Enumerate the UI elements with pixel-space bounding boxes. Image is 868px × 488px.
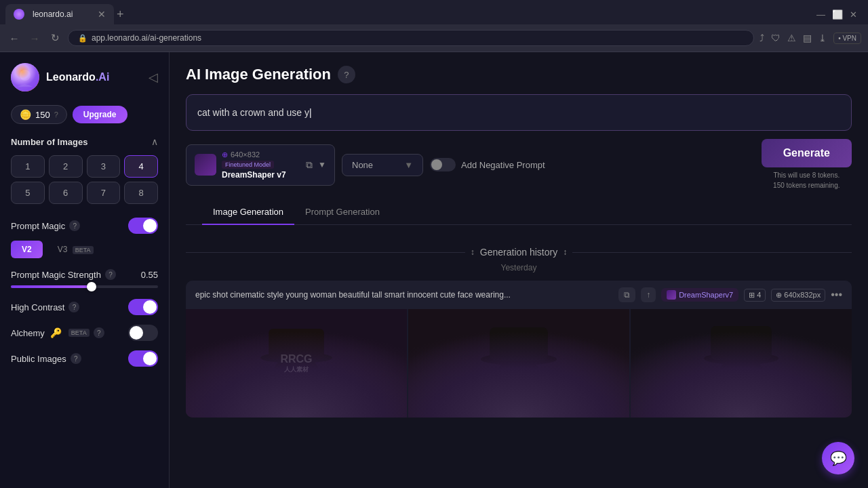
count-6-button[interactable]: 6 <box>49 182 83 204</box>
count-2-button[interactable]: 2 <box>49 155 83 178</box>
negative-prompt-toggle[interactable]: Add Negative Prompt <box>430 158 545 171</box>
beta-label: BETA <box>73 246 94 254</box>
tab-image-generation[interactable]: Image Generation <box>202 200 294 225</box>
strength-help-icon[interactable]: ? <box>105 269 116 280</box>
prompt-input[interactable]: cat with a crown and use y| <box>186 94 852 131</box>
model-size: ⊕ 640×832 <box>222 150 260 159</box>
svg-rect-26 <box>631 309 852 418</box>
close-window-icon[interactable]: ✕ <box>850 9 857 20</box>
model-selector[interactable]: ⊕ 640×832 Finetuned Model DreamShaper v7… <box>186 144 335 186</box>
upgrade-button[interactable]: Upgrade <box>73 106 127 123</box>
alchemy-toggle[interactable] <box>128 325 158 341</box>
gen-model-name: DreamShaperv7 <box>679 291 733 299</box>
prompt-magic-toggle[interactable] <box>128 218 158 234</box>
number-of-images-chevron[interactable]: ∧ <box>151 136 158 147</box>
history-divider-left <box>186 252 465 253</box>
count-1-button[interactable]: 1 <box>11 155 45 178</box>
history-area: ↕ Generation history ↕ Yesterday epic sh… <box>170 236 868 488</box>
logo-text: Leonardo.Ai <box>46 71 109 83</box>
generation-count-badge: ⊞ 4 <box>744 289 766 302</box>
svg-rect-4 <box>290 388 303 405</box>
regenerate-button[interactable]: ↑ <box>641 287 656 302</box>
strength-text: Prompt Magic Strength <box>11 270 101 280</box>
new-tab-button[interactable]: + <box>117 7 124 22</box>
forward-button[interactable]: → <box>27 33 42 44</box>
high-contrast-help-icon[interactable]: ? <box>68 302 79 312</box>
svg-point-31 <box>704 352 778 365</box>
public-images-text: Public Images <box>11 354 66 364</box>
tab-prompt-generation[interactable]: Prompt Generation <box>294 200 391 225</box>
svg-point-17 <box>501 361 537 402</box>
strength-slider-thumb[interactable] <box>87 282 96 291</box>
prompt-magic-text: Prompt Magic <box>11 221 65 231</box>
high-contrast-row: High Contrast ? <box>11 299 158 315</box>
svg-point-11 <box>301 380 308 385</box>
token-row: 🪙 150 ? Upgrade <box>11 105 158 124</box>
version-tabs: V2 V3 BETA <box>11 241 158 258</box>
back-button[interactable]: ← <box>7 33 22 44</box>
chat-bubble[interactable]: 💬 <box>822 442 854 474</box>
svg-point-30 <box>719 358 762 384</box>
style-chevron-down-icon: ▼ <box>404 160 413 170</box>
vpn-badge[interactable]: • VPN <box>833 33 861 44</box>
page-title-row: AI Image Generation ? <box>186 66 852 83</box>
svg-point-18 <box>498 359 539 384</box>
generated-image-3[interactable] <box>631 309 852 418</box>
prompt-magic-label: Prompt Magic ? <box>11 220 80 231</box>
svg-point-27 <box>688 403 795 418</box>
high-contrast-text: High Contrast <box>11 302 64 312</box>
refresh-button[interactable]: ↻ <box>47 32 62 44</box>
svg-rect-14 <box>408 309 629 418</box>
generate-button[interactable]: Generate <box>762 139 852 167</box>
bookmark-icon[interactable]: ⤓ <box>818 33 827 43</box>
more-options-button[interactable]: ••• <box>831 289 842 301</box>
shield-icon[interactable]: 🛡 <box>771 33 781 43</box>
count-5-button[interactable]: 5 <box>11 182 45 204</box>
sidebar-collapse-button[interactable]: ◁ <box>149 70 158 85</box>
model-size-text: 640×832 <box>231 150 260 159</box>
token-count: 150 <box>35 110 50 120</box>
maximize-icon[interactable]: ⬜ <box>832 9 843 20</box>
reader-icon[interactable]: ▤ <box>803 33 812 43</box>
negative-prompt-switch[interactable] <box>430 158 456 171</box>
copy-icon[interactable]: ⧉ <box>306 159 313 171</box>
alchemy-help-icon[interactable]: ? <box>94 327 104 338</box>
prompt-magic-help-icon[interactable]: ? <box>69 220 80 231</box>
copy-prompt-button[interactable]: ⧉ <box>618 287 635 302</box>
public-images-label: Public Images ? <box>11 353 81 364</box>
generated-image-2[interactable] <box>408 309 629 418</box>
style-selector[interactable]: None ▼ <box>342 154 423 176</box>
page-title-help-icon[interactable]: ? <box>338 66 355 83</box>
minimize-icon[interactable]: — <box>816 9 825 20</box>
count-3-button[interactable]: 3 <box>87 155 121 178</box>
count-8-button[interactable]: 8 <box>124 182 158 204</box>
v3-button[interactable]: V3 BETA <box>47 241 104 258</box>
high-contrast-toggle[interactable] <box>128 299 158 315</box>
generated-image-1[interactable]: RRCG 人人素材 <box>186 309 407 418</box>
svg-point-13 <box>294 387 298 390</box>
generation-model-badge: DreamShaperv7 <box>661 288 738 302</box>
v2-button[interactable]: V2 <box>11 241 43 258</box>
svg-point-15 <box>467 403 571 418</box>
alert-icon[interactable]: ⚠ <box>787 33 796 43</box>
prompt-magic-row: Prompt Magic ? <box>11 218 158 234</box>
number-of-images-title: Number of Images <box>11 137 87 147</box>
count-4-button[interactable]: 4 <box>124 155 158 178</box>
token-help-icon[interactable]: ? <box>54 110 58 119</box>
model-thumbnail <box>195 154 216 176</box>
token-usage-info: This will use 8 tokens. 150 tokens remai… <box>773 170 840 190</box>
history-sort-right-icon: ↕ <box>563 247 567 257</box>
share-icon[interactable]: ⤴ <box>760 33 764 43</box>
public-images-help-icon[interactable]: ? <box>71 353 81 364</box>
svg-rect-16 <box>513 388 524 403</box>
tab-close-button[interactable]: ✕ <box>98 9 106 20</box>
strength-slider[interactable] <box>11 285 158 288</box>
active-tab[interactable]: leonardo.ai ✕ <box>5 4 114 24</box>
svg-point-29 <box>722 360 760 403</box>
address-input[interactable]: 🔒 app.leonardo.ai/ai-generations <box>68 30 754 46</box>
count-7-button[interactable]: 7 <box>87 182 121 204</box>
tab-image-generation-label: Image Generation <box>213 207 283 217</box>
public-images-toggle[interactable] <box>128 350 158 367</box>
model-chevron-down-icon[interactable]: ▼ <box>318 160 326 169</box>
generation-size-badge: ⊕ 640x832px <box>771 289 825 302</box>
